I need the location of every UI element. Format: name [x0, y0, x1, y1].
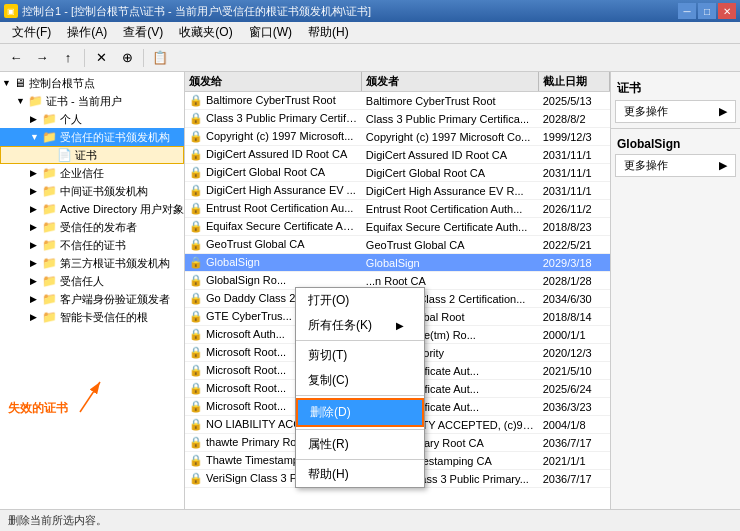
- folder-icon: 📁: [42, 310, 57, 324]
- tree-arrow: ▼: [30, 132, 42, 142]
- tree-label: 证书: [75, 148, 97, 163]
- cell-issuer: 🔒Equifax Secure Certificate Au...: [185, 220, 362, 233]
- right-section-cert: 证书: [611, 76, 740, 99]
- ctx-submenu-arrow: ▶: [396, 320, 404, 331]
- folder-icon: 📁: [28, 94, 43, 108]
- ctx-separator1: [296, 340, 424, 341]
- menu-window[interactable]: 窗口(W): [241, 22, 300, 43]
- menu-view[interactable]: 查看(V): [115, 22, 171, 43]
- tree-label: 智能卡受信任的根: [60, 310, 148, 325]
- tree-item-trusted-pub[interactable]: ▶ 📁 受信任的发布者: [0, 218, 184, 236]
- ctx-open[interactable]: 打开(O): [296, 288, 424, 313]
- status-text: 删除当前所选内容。: [8, 513, 107, 528]
- tree-item-trusted[interactable]: ▼ 📁 受信任的证书颁发机构: [0, 128, 184, 146]
- ctx-cut[interactable]: 剪切(T): [296, 343, 424, 368]
- menu-action[interactable]: 操作(A): [59, 22, 115, 43]
- tree-arrow: ▶: [30, 186, 42, 196]
- cell-subject: Class 3 Public Primary Certifica...: [362, 113, 539, 125]
- cert-list-icon: 🔒: [189, 166, 203, 179]
- ctx-all-tasks[interactable]: 所有任务(K) ▶: [296, 313, 424, 338]
- cell-date: 2021/5/10: [539, 365, 610, 377]
- tree-item-enterprise[interactable]: ▶ 📁 企业信任: [0, 164, 184, 182]
- menu-file[interactable]: 文件(F): [4, 22, 59, 43]
- ctx-help[interactable]: 帮助(H): [296, 462, 424, 487]
- menu-bar: 文件(F) 操作(A) 查看(V) 收藏夹(O) 窗口(W) 帮助(H): [0, 22, 740, 44]
- cert-list-icon: 🔒: [189, 94, 203, 107]
- tree-arrow: ▶: [30, 276, 42, 286]
- menu-favorites[interactable]: 收藏夹(O): [171, 22, 240, 43]
- up-button[interactable]: ↑: [56, 47, 80, 69]
- back-button[interactable]: ←: [4, 47, 28, 69]
- list-row[interactable]: 🔒GeoTrust Global CA GeoTrust Global CA 2…: [185, 236, 610, 254]
- cell-subject: DigiCert Global Root CA: [362, 167, 539, 179]
- ctx-copy[interactable]: 复制(C): [296, 368, 424, 393]
- cell-issuer: 🔒GeoTrust Global CA: [185, 238, 362, 251]
- list-row[interactable]: 🔒Class 3 Public Primary Certific... Clas…: [185, 110, 610, 128]
- cell-subject: GeoTrust Global CA: [362, 239, 539, 251]
- col-header-date[interactable]: 截止日期: [539, 72, 610, 91]
- cell-subject: GlobalSign: [362, 257, 539, 269]
- tree-item-untrusted[interactable]: ▶ 📁 不信任的证书: [0, 236, 184, 254]
- cell-subject: Baltimore CyberTrust Root: [362, 95, 539, 107]
- ctx-separator4: [296, 459, 424, 460]
- tree-item-personal[interactable]: ▶ 📁 个人: [0, 110, 184, 128]
- tree-item-client[interactable]: ▶ 📁 客户端身份验证颁发者: [0, 290, 184, 308]
- forward-button[interactable]: →: [30, 47, 54, 69]
- tree-item-certs-sub[interactable]: 📄 证书: [0, 146, 184, 164]
- minimize-button[interactable]: ─: [678, 3, 696, 19]
- cell-issuer: 🔒GlobalSign: [185, 256, 362, 269]
- more-actions-globalsign[interactable]: 更多操作 ▶: [615, 154, 736, 177]
- list-row[interactable]: 🔒DigiCert High Assurance EV ... DigiCert…: [185, 182, 610, 200]
- cell-issuer: 🔒DigiCert High Assurance EV ...: [185, 184, 362, 197]
- view-button[interactable]: 📋: [148, 47, 172, 69]
- folder-icon: 📁: [42, 184, 57, 198]
- tree-item-smart[interactable]: ▶ 📁 智能卡受信任的根: [0, 308, 184, 326]
- cell-date: 2036/7/17: [539, 473, 610, 485]
- ctx-properties[interactable]: 属性(R): [296, 432, 424, 457]
- list-row[interactable]: 🔒Equifax Secure Certificate Au... Equifa…: [185, 218, 610, 236]
- list-row[interactable]: 🔒Copyright (c) 1997 Microsoft... Copyrig…: [185, 128, 610, 146]
- more-actions-cert[interactable]: 更多操作 ▶: [615, 100, 736, 123]
- list-row[interactable]: 🔒Entrust Root Certification Au... Entrus…: [185, 200, 610, 218]
- cell-date: 1999/12/3: [539, 131, 610, 143]
- col-header-subject[interactable]: 颁发者: [362, 72, 539, 91]
- col-header-issuer[interactable]: 颁发给: [185, 72, 362, 91]
- tree-label: 受信任人: [60, 274, 104, 289]
- tree-item-third-party[interactable]: ▶ 📁 第三方根证书颁发机构: [0, 254, 184, 272]
- cell-subject: DigiCert Assured ID Root CA: [362, 149, 539, 161]
- tree-view: ▼ 🖥 控制台根节点 ▼ 📁 证书 - 当前用户 ▶ 📁 个人 ▼ 📁 受信任的…: [0, 72, 184, 509]
- cell-date: 2034/6/30: [539, 293, 610, 305]
- tree-item-certs[interactable]: ▼ 📁 证书 - 当前用户: [0, 92, 184, 110]
- tree-arrow: ▼: [16, 96, 28, 106]
- list-row[interactable]: 🔒GlobalSign GlobalSign 2029/3/18: [185, 254, 610, 272]
- close-button[interactable]: ✕: [718, 3, 736, 19]
- cell-date: 2020/12/3: [539, 347, 610, 359]
- left-panel: ▼ 🖥 控制台根节点 ▼ 📁 证书 - 当前用户 ▶ 📁 个人 ▼ 📁 受信任的…: [0, 72, 185, 509]
- toolbar-separator: [84, 49, 85, 67]
- list-row[interactable]: 🔒DigiCert Global Root CA DigiCert Global…: [185, 164, 610, 182]
- cert-list-icon: 🔒: [189, 436, 203, 449]
- tree-item-ad[interactable]: ▶ 📁 Active Directory 用户对象: [0, 200, 184, 218]
- tree-item-intermediate[interactable]: ▶ 📁 中间证书颁发机构: [0, 182, 184, 200]
- app-icon: ▣: [4, 4, 18, 18]
- list-row[interactable]: 🔒DigiCert Assured ID Root CA DigiCert As…: [185, 146, 610, 164]
- cell-subject: ...n Root CA: [362, 275, 539, 287]
- cell-date: 2025/6/24: [539, 383, 610, 395]
- cell-date: 2031/11/1: [539, 149, 610, 161]
- ctx-delete[interactable]: 删除(D): [296, 398, 424, 427]
- cert-list-icon: 🔒: [189, 256, 203, 269]
- tree-item-root[interactable]: ▼ 🖥 控制台根节点: [0, 74, 184, 92]
- cell-issuer: 🔒DigiCert Global Root CA: [185, 166, 362, 179]
- tree-item-trusted-people[interactable]: ▶ 📁 受信任人: [0, 272, 184, 290]
- properties-button[interactable]: ⊕: [115, 47, 139, 69]
- cert-list-icon: 🔒: [189, 400, 203, 413]
- cert-list-icon: 🔒: [189, 472, 203, 485]
- folder-icon: 📁: [42, 220, 57, 234]
- folder-icon: 📁: [42, 292, 57, 306]
- ctx-separator3: [296, 429, 424, 430]
- delete-button[interactable]: ✕: [89, 47, 113, 69]
- maximize-button[interactable]: □: [698, 3, 716, 19]
- menu-help[interactable]: 帮助(H): [300, 22, 357, 43]
- tree-label: 证书 - 当前用户: [46, 94, 122, 109]
- list-row[interactable]: 🔒Baltimore CyberTrust Root Baltimore Cyb…: [185, 92, 610, 110]
